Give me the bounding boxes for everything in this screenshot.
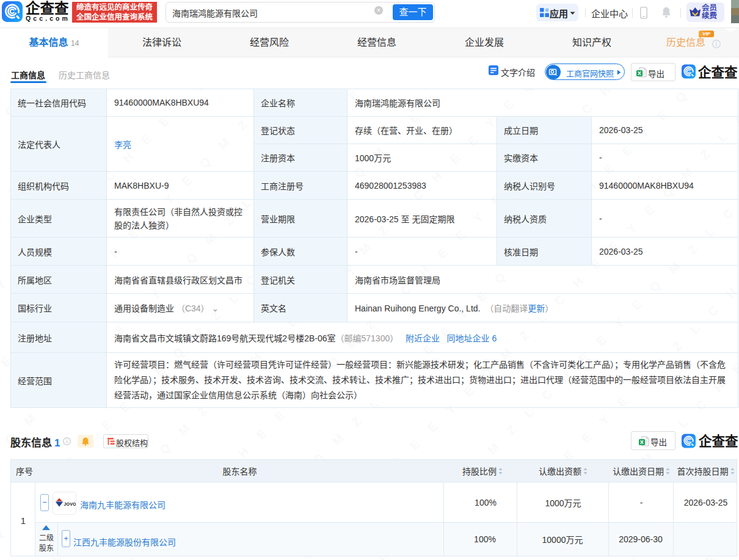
svg-text:JOVO: JOVO [64,502,76,506]
